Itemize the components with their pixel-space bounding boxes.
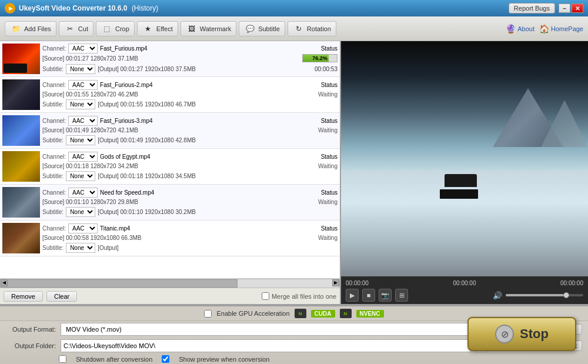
preview-controls: 00:00:00 00:00:00 00:00:00 ▶ ■ 📷 ⊞ 🔊	[341, 276, 588, 304]
rotation-icon: ↻	[293, 24, 305, 34]
stop-section: ⊘ Stop	[467, 317, 576, 351]
preview-panel: 00:00:00 00:00:00 00:00:00 ▶ ■ 📷 ⊞ 🔊	[341, 41, 588, 304]
subtitle-select-3[interactable]: None	[66, 135, 95, 145]
file-thumbnail	[2, 223, 40, 253]
crop-icon: ⬚	[101, 24, 113, 34]
table-row: Channel: AAC Fast_Furious-2.mp4 Status […	[0, 77, 340, 113]
subtitle-select-1[interactable]: None	[66, 64, 95, 74]
crop-button[interactable]: ⬚ Crop	[96, 21, 135, 36]
subtitle-select-6[interactable]: None	[66, 243, 95, 253]
merge-checkbox[interactable]	[262, 292, 269, 300]
close-button[interactable]: ✕	[572, 4, 583, 13]
video-preview	[341, 41, 588, 276]
volume-icon: 🔊	[493, 291, 502, 300]
output-folder-input[interactable]	[61, 339, 471, 352]
add-files-button[interactable]: 📁 Add Files	[5, 21, 56, 36]
table-row: Channel: AAC Titanic.mp4 Status [Source]…	[0, 221, 340, 256]
main-content: Channel: AAC Fast_Furious.mp4 Status [So…	[0, 41, 588, 305]
show-preview-checkbox[interactable]	[162, 355, 169, 363]
nvenc-badge: NVENC	[356, 310, 384, 318]
about-icon: 🔮	[506, 24, 516, 34]
subtitle-select-4[interactable]: None	[66, 171, 95, 181]
table-row: Channel: AAC Need for Speed.mp4 Status […	[0, 185, 340, 221]
cut-button[interactable]: ✂ Cut	[59, 21, 93, 36]
home-icon: 🏠	[539, 24, 549, 34]
time-start: 00:00:00	[346, 280, 369, 286]
cuda-badge: CUDA	[311, 310, 335, 318]
output-format-select[interactable]: MOV Video (*.mov)	[61, 323, 503, 336]
channel-select-5[interactable]: AAC	[68, 188, 98, 198]
file-thumbnail	[2, 115, 40, 146]
shutdown-checkbox[interactable]	[59, 355, 66, 363]
subtitle-icon: 💬	[244, 24, 256, 34]
clear-button[interactable]: Clear	[46, 291, 77, 302]
subtitle-select-5[interactable]: None	[66, 207, 95, 217]
app-logo	[5, 3, 15, 14]
file-list-scroll[interactable]: Channel: AAC Fast_Furious.mp4 Status [So…	[0, 41, 340, 278]
options-row: Shutdown after conversion Show preview w…	[0, 354, 588, 364]
gpu-checkbox[interactable]	[204, 310, 212, 318]
file-thumbnail	[2, 187, 40, 218]
table-row: Channel: AAC Gods of Egypt.mp4 Status [S…	[0, 149, 340, 185]
nvidia-logo-2: N	[340, 309, 352, 318]
table-row: Channel: AAC Fast_Furious.mp4 Status [So…	[0, 41, 340, 77]
add-files-icon: 📁	[10, 24, 22, 34]
time-end: 00:00:00	[560, 280, 583, 286]
horizontal-scrollbar[interactable]: ▶ ◀	[0, 278, 340, 288]
file-thumbnail	[2, 44, 40, 74]
remove-button[interactable]: Remove	[4, 291, 43, 302]
subtitle-select-2[interactable]: None	[66, 99, 95, 109]
title-bar: UkeySoft Video Converter 10.6.0 (History…	[0, 0, 588, 16]
minimize-button[interactable]: –	[559, 4, 570, 13]
stop-icon: ⊘	[495, 325, 514, 343]
frame-button[interactable]: ⊞	[395, 289, 408, 302]
table-row: Channel: AAC Fast_Furious-3.mp4 Status […	[0, 113, 340, 149]
channel-select-3[interactable]: AAC	[68, 116, 98, 126]
file-thumbnail	[2, 151, 40, 182]
subtitle-button[interactable]: 💬 Subtitle	[239, 21, 285, 36]
toolbar: 📁 Add Files ✂ Cut ⬚ Crop ★ Effect 🖼 Wate…	[0, 16, 588, 41]
stop-button[interactable]: ⊘ Stop	[467, 317, 576, 351]
effect-button[interactable]: ★ Effect	[137, 21, 178, 36]
report-bugs-button[interactable]: Report Bugs	[509, 3, 555, 14]
preview-stop-button[interactable]: ■	[362, 289, 375, 302]
rotation-button[interactable]: ↻ Rotation	[288, 21, 336, 36]
effect-icon: ★	[142, 24, 154, 34]
watermark-button[interactable]: 🖼 Watermark	[181, 21, 236, 36]
file-list-footer: Remove Clear Merge all files into one	[0, 288, 340, 304]
screenshot-button[interactable]: 📷	[379, 289, 392, 302]
time-current: 00:00:00	[453, 280, 476, 286]
about-button[interactable]: 🔮 About	[506, 24, 534, 34]
watermark-icon: 🖼	[186, 24, 198, 34]
app-title: UkeySoft Video Converter 10.6.0 (History…	[19, 4, 509, 12]
channel-select-6[interactable]: AAC	[68, 223, 98, 233]
channel-select-1[interactable]: AAC	[68, 44, 98, 54]
channel-select-2[interactable]: AAC	[68, 80, 98, 90]
homepage-button[interactable]: 🏠 HomePage	[539, 24, 583, 34]
volume-slider[interactable]	[506, 294, 583, 296]
bottom-area: Enable GPU Acceleration N CUDA N NVENC O…	[0, 305, 588, 364]
cut-icon: ✂	[64, 24, 76, 34]
file-list-panel: Channel: AAC Fast_Furious.mp4 Status [So…	[0, 41, 341, 304]
channel-select-4[interactable]: AAC	[68, 152, 98, 162]
nvidia-logo-1: N	[295, 309, 306, 318]
file-thumbnail	[2, 79, 40, 110]
play-button[interactable]: ▶	[346, 289, 359, 302]
